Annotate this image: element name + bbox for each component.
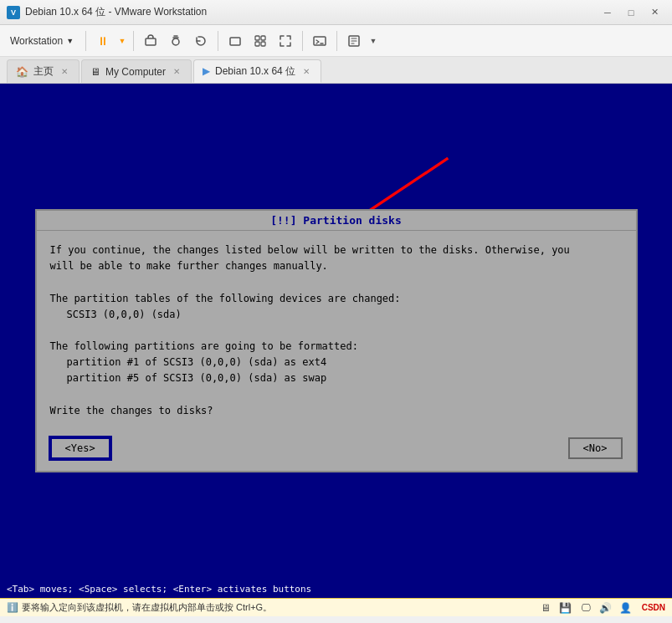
console-button[interactable]: [308, 29, 331, 53]
dialog-line-2: will be able to make further changes man…: [50, 258, 623, 274]
tab-home-label: 主页: [33, 64, 54, 79]
audio-status-icon[interactable]: 🔊: [598, 600, 613, 615]
dialog-title: [!!] Partition disks: [37, 211, 636, 231]
storage-status-icon[interactable]: 💾: [558, 600, 573, 615]
svg-rect-7: [314, 37, 326, 45]
normal-view-button[interactable]: [223, 29, 247, 53]
tab-bar: 🏠 主页 ✕ 🖥 My Computer ✕ ▶ Debian 10.x 64 …: [0, 57, 672, 84]
svg-rect-3: [255, 36, 259, 40]
tab-my-computer-close[interactable]: ✕: [171, 66, 182, 77]
info-icon: ℹ️: [7, 602, 18, 613]
workstation-menu[interactable]: Workstation ▼: [3, 29, 80, 53]
my-computer-icon: 🖥: [90, 66, 100, 78]
svg-rect-5: [255, 42, 259, 46]
notification-bar: ℹ️ 要将输入定向到该虚拟机，请在虚拟机内部单击或按 Ctrl+G。 🖥 💾 🖵…: [0, 598, 672, 616]
svg-rect-6: [261, 42, 265, 46]
separator-4: [302, 31, 303, 51]
dialog-line-6: partition #1 of SCSI3 (0,0,0) (sda) as e…: [67, 355, 623, 370]
dialog-line-3: The partition tables of the following de…: [50, 291, 623, 307]
svg-rect-0: [146, 38, 156, 45]
tab-home[interactable]: 🏠 主页 ✕: [7, 59, 80, 83]
guest-settings-dropdown[interactable]: ▼: [367, 29, 379, 53]
display-status-icon[interactable]: 🖵: [578, 600, 593, 615]
window-title: Debian 10.x 64 位 - VMware Workstation: [25, 5, 597, 19]
dialog-line-8: Write the changes to disks?: [50, 403, 623, 419]
window-controls: ─ □ ✕: [597, 3, 665, 22]
dialog-line-1: If you continue, the changes listed belo…: [50, 243, 623, 258]
tab-debian-close[interactable]: ✕: [300, 66, 312, 77]
guest-settings-button[interactable]: [342, 29, 366, 53]
no-button[interactable]: <No>: [568, 437, 623, 459]
tab-my-computer[interactable]: 🖥 My Computer ✕: [81, 59, 192, 83]
snapshot-button[interactable]: [164, 29, 187, 53]
dialog-line-7: partition #5 of SCSI3 (0,0,0) (sda) as s…: [67, 370, 623, 386]
vm-display-area[interactable]: [!!] Partition disks If you continue, th…: [0, 84, 672, 598]
app-icon: V: [7, 6, 20, 19]
workstation-dropdown-icon: ▼: [66, 37, 74, 45]
yes-button[interactable]: <Yes>: [50, 437, 110, 459]
tab-home-close[interactable]: ✕: [59, 66, 70, 77]
svg-rect-4: [261, 36, 265, 40]
revert-button[interactable]: [189, 29, 213, 53]
menu-bar: Workstation ▼ ⏸ ▼ ▼: [0, 25, 672, 57]
pause-dropdown-button[interactable]: ▼: [116, 29, 128, 53]
fullscreen-button[interactable]: [274, 29, 297, 53]
unity-view-button[interactable]: [249, 29, 272, 53]
title-bar: V Debian 10.x 64 位 - VMware Workstation …: [0, 0, 672, 25]
home-icon: 🏠: [16, 66, 28, 78]
vm-hint-bar: <Tab> moves; <Space> selects; <Enter> ac…: [0, 580, 672, 598]
user-status-icon[interactable]: 👤: [618, 600, 634, 615]
notification-text: 要将输入定向到该虚拟机，请在虚拟机内部单击或按 Ctrl+G。: [22, 601, 272, 614]
dialog-line-5: The following partitions are going to be…: [50, 339, 623, 355]
workstation-label: Workstation: [10, 35, 63, 47]
tab-my-computer-label: My Computer: [105, 66, 166, 78]
network-status-icon[interactable]: 🖥: [538, 600, 553, 615]
dialog-line-4: SCSI3 (0,0,0) (sda): [67, 307, 623, 323]
separator-1: [85, 31, 86, 51]
dialog-body: If you continue, the changes listed belo…: [37, 231, 636, 431]
hint-text: <Tab> moves; <Space> selects; <Enter> ac…: [7, 584, 311, 595]
maximize-button[interactable]: □: [620, 3, 642, 22]
svg-rect-2: [230, 38, 240, 45]
svg-point-1: [172, 38, 179, 45]
send-ctrlaltdel-button[interactable]: [139, 29, 162, 53]
partition-dialog: [!!] Partition disks If you continue, th…: [35, 209, 638, 472]
dialog-footer: <Yes> <No>: [37, 431, 636, 471]
pause-button[interactable]: ⏸: [91, 29, 115, 53]
separator-3: [218, 31, 218, 51]
minimize-button[interactable]: ─: [597, 3, 618, 22]
tab-debian[interactable]: ▶ Debian 10.x 64 位 ✕: [193, 59, 321, 83]
separator-5: [336, 31, 337, 51]
csdn-label: CSDN: [642, 603, 665, 612]
tab-debian-label: Debian 10.x 64 位: [215, 64, 295, 79]
separator-2: [133, 31, 134, 51]
close-button[interactable]: ✕: [644, 3, 665, 22]
status-icons: 🖥 💾 🖵 🔊 👤 CSDN: [538, 600, 665, 615]
debian-tab-icon: ▶: [203, 65, 210, 77]
